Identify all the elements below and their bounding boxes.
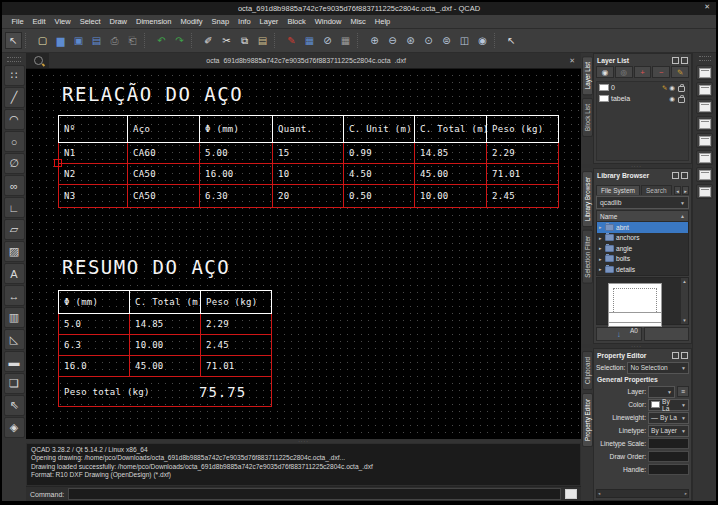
property-horizontal-scrollbar[interactable]: ◂▸ (596, 489, 689, 498)
linetype-scale-input[interactable] (648, 438, 689, 449)
layer-visibility-icon[interactable]: ◉ (669, 95, 675, 103)
tab-block-list[interactable]: Block List (582, 98, 593, 137)
point-tool-button[interactable]: ∷ (4, 65, 25, 86)
library-folder-item[interactable]: ▸ abnt (597, 222, 688, 233)
cut-reference-button[interactable]: ✐ (200, 32, 217, 49)
ellipse-tool-button[interactable]: ∅ (4, 153, 25, 174)
selection-dropdown[interactable]: No Selection ▼ (627, 362, 689, 374)
title-bar[interactable]: octa_691d8b9885a742c7e9035d76f883711225c… (2, 2, 716, 15)
menu-item[interactable]: Draw (105, 15, 132, 28)
paste-button[interactable]: ▤ (254, 32, 271, 49)
window-close-icon[interactable]: ✕ (704, 3, 710, 11)
dock-toggle-button-1[interactable] (696, 65, 713, 80)
measure-tool-button[interactable]: ◺ (4, 329, 25, 350)
auto-zoom-button[interactable]: ⊛ (402, 32, 419, 49)
remove-layer-button[interactable]: − (652, 66, 670, 78)
save-as-button[interactable]: ▤ (88, 32, 105, 49)
thumbnail-scrollbar[interactable]: ▲▼ (681, 278, 688, 325)
close-panel-icon[interactable] (681, 172, 688, 179)
float-panel-icon[interactable] (672, 57, 679, 64)
layer-row[interactable]: tabela ◉ (597, 93, 688, 104)
circle-tool-button[interactable]: ○ (4, 131, 25, 152)
open-file-button[interactable]: ▆ (52, 32, 69, 49)
menu-item[interactable]: Dimension (132, 15, 176, 28)
draw-order-input[interactable] (648, 451, 689, 462)
menu-item[interactable]: Layer (255, 15, 283, 28)
zoom-window-button[interactable]: ◫ (456, 32, 473, 49)
layer-visibility-icon[interactable]: ◉ (669, 84, 675, 92)
library-source-dropdown[interactable]: qcadlib ▼ (596, 196, 689, 209)
library-folder-item[interactable]: ▸ anchors (597, 233, 688, 244)
library-item-thumbnail[interactable] (608, 312, 662, 323)
command-history[interactable]: QCAD 3.28.2 / Qt 5.14.2 / Linux x86_64Op… (26, 443, 581, 486)
zoom-selection-button[interactable]: ◉ (474, 32, 491, 49)
library-folder-item[interactable]: ▸ bolts (597, 254, 688, 265)
hatch-tool-button[interactable]: ▨ (4, 241, 25, 262)
library-item-list[interactable]: A0 ▲▼ (596, 277, 689, 326)
lineweight-tool-button[interactable]: ▬ (4, 351, 25, 372)
shape-tool-button[interactable]: ▱ (4, 219, 25, 240)
modify-tool-button[interactable]: ⇖ (4, 395, 25, 416)
copy-button[interactable]: ⧉ (236, 32, 253, 49)
dock-toggle-button-6[interactable] (696, 150, 713, 165)
polyline-tool-button[interactable]: ∟ (4, 197, 25, 218)
boolean-shapes-tool-button[interactable]: ❏ (4, 373, 25, 394)
tab-selection-filter[interactable]: Selection Filter (582, 230, 593, 284)
dock-toggle-button-3[interactable] (696, 99, 713, 114)
tab-property-editor[interactable]: Property Editor (582, 393, 593, 447)
menu-item[interactable]: View (50, 15, 75, 28)
zoom-previous-button[interactable]: ⊙ (420, 32, 437, 49)
layer-list-icon[interactable]: ≡ (677, 386, 689, 397)
dock-toggle-button-8[interactable] (696, 184, 713, 199)
redo-button[interactable]: ↷ (171, 32, 188, 49)
float-panel-icon[interactable] (672, 172, 679, 179)
document-tab[interactable]: octa_691d8b9885a742c7e9035d76f883711225c… (49, 53, 581, 68)
tab-scroll-right-icon[interactable]: ▸ (682, 186, 689, 195)
zoom-in-button[interactable]: ⊕ (366, 32, 383, 49)
cut-button[interactable]: ✂ (218, 32, 235, 49)
drawing-canvas[interactable]: RELAÇÃO DO AÇO Nº Aço Φ (mm) Quant. C. U… (26, 69, 581, 439)
image-tool-button[interactable]: ▥ (4, 307, 25, 328)
menu-item[interactable]: Help (370, 15, 394, 28)
library-folder-item[interactable]: ▸ details (597, 264, 688, 275)
lineweight-dropdown[interactable]: — By La ▼ (648, 412, 689, 424)
menu-item[interactable]: Edit (28, 15, 50, 28)
close-panel-icon[interactable] (681, 57, 688, 64)
menu-item[interactable]: Info (234, 15, 256, 28)
dimension-tool-button[interactable]: ↔ (4, 285, 25, 306)
layer-lock-icon[interactable] (678, 86, 685, 92)
save-button[interactable]: ▣ (70, 32, 87, 49)
tab-library-browser[interactable]: Library Browser (582, 171, 593, 227)
menu-item[interactable]: Window (310, 15, 346, 28)
menu-item[interactable]: Select (75, 15, 105, 28)
float-panel-icon[interactable] (672, 352, 679, 359)
layer-dropdown[interactable]: ▼ (648, 386, 675, 398)
undo-button[interactable]: ↶ (153, 32, 170, 49)
library-folder-item[interactable]: ▸ angle (597, 243, 688, 254)
command-options-icon[interactable] (565, 489, 577, 499)
library-tree-header[interactable]: Name ▲ (596, 210, 689, 222)
solid-3d-tool-button[interactable]: ◈ (4, 417, 25, 438)
hide-all-layers-button[interactable]: ◎ (615, 66, 633, 78)
text-tool-button[interactable]: A (4, 263, 25, 284)
dock-toggle-button-5[interactable] (696, 133, 713, 148)
document-tab-close-icon[interactable]: ✕ (563, 57, 581, 65)
background-color-button[interactable]: ▦ (301, 32, 318, 49)
ellipse-mode-button[interactable]: ⊘ (319, 32, 336, 49)
grid-toggle-button[interactable]: ▦ (337, 32, 354, 49)
command-input[interactable] (68, 488, 561, 500)
linetype-dropdown[interactable]: By Layer ▼ (648, 425, 689, 437)
menu-item[interactable]: File (7, 15, 28, 28)
layer-row[interactable]: 0 ✎ ◉ (597, 82, 688, 93)
new-file-button[interactable]: ▢ (34, 32, 51, 49)
property-painter-button[interactable]: ✎ (283, 32, 300, 49)
menu-item[interactable]: Snap (207, 15, 234, 28)
layer-edit-icon[interactable]: ✎ (662, 84, 667, 92)
tab-search[interactable]: Search (641, 185, 672, 195)
menu-item[interactable]: Block (283, 15, 310, 28)
spline-tool-button[interactable]: ∞ (4, 175, 25, 196)
layer-lock-icon[interactable] (678, 97, 685, 103)
menu-item[interactable]: Misc (346, 15, 370, 28)
show-all-layers-button[interactable]: ◉ (596, 66, 614, 78)
dock-toggle-button-2[interactable] (696, 82, 713, 97)
